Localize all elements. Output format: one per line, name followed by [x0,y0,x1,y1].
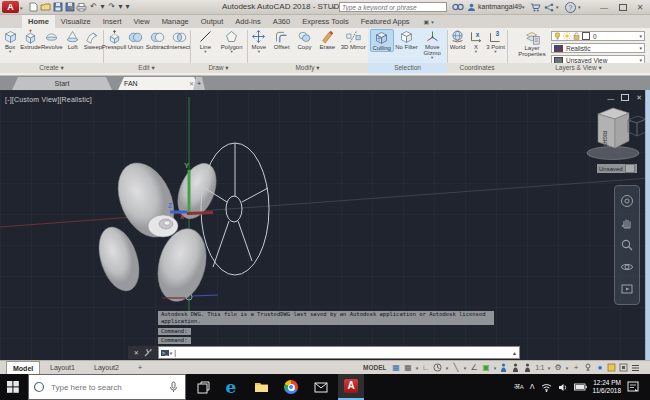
command-close-icon[interactable]: ✕ [134,349,139,356]
viewcube-face-label[interactable]: RIGHT [602,131,608,147]
taskbar-clock[interactable]: 12:24 PM 11/6/2018 [593,379,621,395]
tool-polygon[interactable]: Polygon▾ [221,29,243,54]
tool-ucs-x[interactable]: xX▾ [468,29,484,54]
tab-addins[interactable]: Add-ins [229,15,266,28]
command-customize-wrench-icon[interactable] [144,349,152,357]
orbit-icon[interactable] [620,260,634,274]
layout-tab-layout2[interactable]: Layout2 [88,361,125,374]
search-binoculars-icon[interactable] [452,2,464,14]
tool-culling[interactable]: Culling [370,29,394,52]
recent-commands-icon[interactable]: ▲ [512,350,517,356]
zoom-icon[interactable] [620,238,634,252]
autocad-taskbar-icon[interactable]: A [338,374,364,400]
minimize-button[interactable]: — [600,3,608,11]
drawing-minimize-icon[interactable]: — [607,95,614,102]
annotation-visibility-icon[interactable] [498,361,509,374]
panel-label-coordinates[interactable]: Coordinates [447,63,507,73]
tool-line[interactable]: Line▾ [194,29,216,54]
tool-box[interactable]: Box▾ [0,29,20,54]
isolate-objects-icon[interactable] [606,361,617,374]
tool-layer-properties[interactable]: Layer Properties [515,30,549,57]
signed-in-username[interactable]: kantmangal49 [478,3,522,10]
object-snap-icon[interactable]: ▣ [480,361,491,374]
ucs-x-dropdown-icon[interactable]: ▾ [475,50,477,54]
task-view-button[interactable] [190,374,216,400]
ribbon-minimize-icon[interactable]: ▣ [424,18,430,25]
share-dropdown-icon[interactable]: ▾ [556,4,559,10]
move-dropdown-icon[interactable]: ▾ [258,50,260,54]
lock-icon[interactable] [573,32,580,41]
tool-intersect[interactable]: Intersect [168,29,190,50]
file-tab-start[interactable]: Start [12,77,112,90]
model-space-indicator[interactable]: MODEL [363,364,386,371]
layer-combo-dropdown-icon[interactable]: ▾ [639,33,642,39]
pan-hand-icon[interactable] [620,216,634,230]
customization-menu-icon[interactable] [630,361,641,374]
grid-display-icon[interactable]: ▦ [390,361,401,374]
tool-copy[interactable]: Copy [293,29,315,50]
object-snap-tracking-icon[interactable]: ∠ [468,361,479,374]
taskbar-search[interactable] [28,374,186,400]
panel-label-create[interactable]: Create ▾ [0,63,103,73]
taskbar-search-input[interactable] [49,382,163,393]
3-point-dropdown-icon[interactable]: ▾ [494,50,496,54]
showmotion-icon[interactable] [620,282,634,296]
close-tab-icon[interactable]: ✕ [189,80,194,87]
ortho-mode-icon[interactable]: ∟ [420,361,431,374]
tool-offset[interactable]: Offset [271,29,293,50]
file-tab-fan[interactable]: FAN✕ [118,77,200,90]
isodraft-icon[interactable]: ╲ [450,361,461,374]
layer-color-swatch[interactable] [582,32,590,40]
viewport-scrollbar[interactable] [645,90,650,360]
panel-label-layers-view[interactable]: Layers & View ▾ [507,63,650,73]
tool-revolve[interactable]: Revolve [41,29,63,50]
tool-subtract[interactable]: Subtract [146,29,168,50]
user-dropdown-icon[interactable]: ▾ [522,4,525,10]
tool-3-point[interactable]: 33 Point▾ [485,29,507,54]
polar-tracking-icon[interactable] [432,361,443,374]
annotation-scale-value[interactable]: 1:1 [534,361,545,374]
restore-button[interactable] [619,4,627,13]
tool-union[interactable]: Union [125,29,146,50]
bulb-icon[interactable] [554,32,561,41]
isodraft-dropdown-icon[interactable]: ▾ [462,361,467,374]
edge-browser-icon[interactable]: e [218,374,244,400]
units-icon[interactable] [582,361,593,374]
action-center-icon[interactable] [627,381,640,393]
scale-dropdown-icon[interactable]: ▾ [546,361,551,374]
tool-sweep[interactable]: Sweep [83,29,103,50]
tool-no-filter[interactable]: No Filter [396,29,418,50]
ribbon-minimize-dropdown-icon[interactable]: ▾ [431,19,434,25]
help-icon[interactable]: ? [565,2,576,13]
snap-dropdown-icon[interactable]: ▾ [414,361,419,374]
user-icon[interactable] [467,3,476,14]
panel-label-modify[interactable]: Modify ▾ [247,63,368,73]
navigation-bar[interactable] [614,185,640,305]
panel-label-draw[interactable]: Draw ▾ [190,63,247,73]
tab-a360[interactable]: A360 [267,15,297,28]
tab-visualize[interactable]: Visualize [55,15,97,28]
nav-wheel-icon[interactable] [620,194,634,208]
tool-move-gizmo[interactable]: Move Gizmo▾ [419,29,445,60]
tab-express-tools[interactable]: Express Tools [296,15,355,28]
command-input[interactable]: >_ ▾ | ▲ [158,346,520,359]
osnap-dropdown-icon[interactable]: ▾ [492,361,497,374]
tool-world[interactable]: World [448,29,468,50]
help-dropdown-icon[interactable]: ▾ [578,4,581,10]
annotation-monitor-plus-icon[interactable]: + [570,361,581,374]
start-button[interactable] [0,374,26,400]
cart-icon[interactable] [530,3,541,14]
a360-share-icon[interactable] [544,3,554,14]
command-prompt-icon[interactable]: >_ [161,350,169,356]
layer-combo[interactable]: 0 ▾ [551,31,645,41]
wifi-icon[interactable] [541,383,552,392]
tool-presspull[interactable]: Presspull [103,29,125,50]
panel-label-selection[interactable]: Selection [368,63,447,73]
speaker-icon[interactable] [558,383,568,392]
clean-screen-icon[interactable] [618,361,629,374]
tool-3d-mirror[interactable]: 3D Mirror [339,29,367,50]
new-layout-button[interactable]: + [132,361,148,374]
polygon-dropdown-icon[interactable]: ▾ [231,50,233,54]
box-dropdown-icon[interactable]: ▾ [9,50,11,54]
help-search-input[interactable] [339,2,447,12]
